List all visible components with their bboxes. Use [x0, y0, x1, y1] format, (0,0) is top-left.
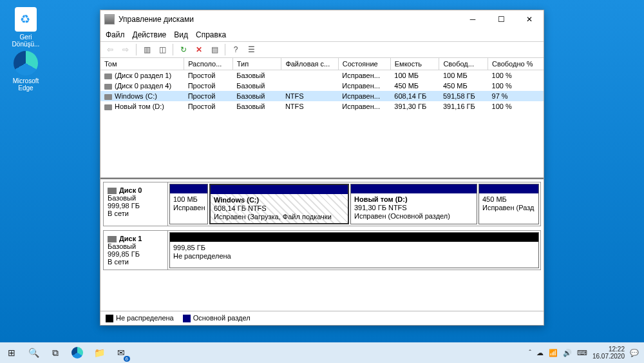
col-freepct[interactable]: Свободно %	[488, 58, 544, 70]
part-status: Исправен (Основной раздел)	[354, 212, 473, 221]
view-panel-button[interactable]: ◫	[155, 43, 169, 57]
swatch-unallocated	[106, 315, 113, 322]
desktop-icon-recycle[interactable]: Geri Dönüşü...	[6, 6, 45, 48]
volume-list-header[interactable]: Том Располо... Тип Файловая с... Состоян…	[100, 58, 544, 70]
menu-file[interactable]: Файл	[106, 30, 125, 39]
disk-row-1[interactable]: Диск 1 Базовый 999,85 ГБ В сети 999,85 Г…	[103, 230, 541, 270]
partition-strip	[351, 184, 477, 193]
help-button[interactable]: ?	[229, 43, 243, 57]
volume-row[interactable]: (Диск 0 раздел 4)ПростойБазовыйИсправен.…	[100, 81, 544, 91]
partition-box-selected[interactable]: Windows (C:)608,14 ГБ NTFSИсправен (Загр…	[209, 184, 349, 224]
app-icon	[104, 14, 115, 25]
volume-icon	[104, 104, 112, 110]
partition-strip	[170, 184, 207, 193]
search-button[interactable]: 🔍	[24, 344, 43, 362]
volume-row[interactable]: (Диск 0 раздел 1)ПростойБазовыйИсправен.…	[100, 70, 544, 81]
refresh-button[interactable]: ↻	[176, 43, 191, 57]
disk-management-window: Управление дисками ─ ☐ ✕ Файл Действие В…	[100, 10, 544, 326]
part-size: 608,14 ГБ NTFS	[214, 204, 345, 213]
desktop-icon-edge[interactable]: Microsoft Edge	[6, 50, 45, 92]
properties-button[interactable]: ▤	[207, 43, 222, 57]
edge-label: Microsoft Edge	[6, 77, 45, 92]
graphical-view[interactable]: Диск 0 Базовый 999,98 ГБ В сети 100 МБИс…	[100, 178, 544, 311]
taskbar-edge[interactable]	[68, 344, 86, 362]
disk-row-0[interactable]: Диск 0 Базовый 999,98 ГБ В сети 100 МБИс…	[103, 182, 541, 226]
window-title: Управление дисками	[118, 15, 194, 24]
col-status[interactable]: Состояние	[338, 58, 390, 70]
disk-icon	[108, 188, 117, 194]
volume-row[interactable]: Новый том (D:)ПростойБазовыйNTFSИсправен…	[100, 101, 544, 112]
col-capacity[interactable]: Емкость	[390, 58, 439, 70]
volume-icon	[104, 74, 112, 79]
edge-icon	[71, 347, 83, 358]
col-type[interactable]: Тип	[232, 58, 281, 70]
legend-item-unallocated: Не распределена	[106, 314, 174, 322]
tray-arrow-icon[interactable]: ˆ	[529, 349, 531, 357]
titlebar: Управление дисками ─ ☐ ✕	[100, 10, 544, 28]
partition-box[interactable]: 100 МБИсправен	[169, 184, 208, 224]
swatch-primary	[183, 315, 191, 322]
menu-help[interactable]: Справка	[196, 30, 226, 39]
disk-name: Диск 0	[119, 186, 142, 194]
tray-wifi-icon[interactable]: 📶	[549, 349, 558, 357]
part-status: Исправен (Загрузка, Файл подкачки	[214, 213, 345, 221]
minimize-button[interactable]: ─	[459, 10, 487, 28]
col-fs[interactable]: Файловая с...	[281, 58, 338, 70]
menu-action[interactable]: Действие	[133, 30, 167, 39]
disk-name: Диск 1	[119, 235, 142, 242]
maximize-button[interactable]: ☐	[487, 10, 515, 28]
delete-button[interactable]: ✕	[192, 43, 206, 57]
view-columns-button[interactable]: ▥	[140, 43, 154, 57]
menu-view[interactable]: Вид	[174, 30, 188, 39]
toolbar: ⇦ ⇨ ▥ ◫ ↻ ✕ ▤ ? ☰	[100, 41, 544, 58]
toolbar-separator	[173, 44, 173, 55]
partition-box-unallocated[interactable]: 999,85 ГБНе распределена	[169, 232, 539, 268]
close-button[interactable]: ✕	[515, 10, 544, 28]
task-view-button[interactable]: ⧉	[46, 344, 64, 362]
partition-box[interactable]: 450 МБИсправен (Разд	[478, 184, 539, 224]
clock-date: 16.07.2020	[592, 353, 625, 360]
col-tom[interactable]: Том	[100, 58, 184, 70]
clock-time: 12:22	[592, 346, 625, 353]
edge-icon	[14, 51, 38, 75]
part-name: Новый том (D:)	[354, 195, 473, 204]
menubar: Файл Действие Вид Справка	[100, 28, 544, 41]
back-button: ⇦	[103, 43, 117, 57]
tray-lang-icon[interactable]: ⌨	[577, 349, 587, 357]
disk-size: 999,85 ГБ	[108, 250, 164, 258]
disk-type: Базовый	[108, 242, 164, 250]
tray-clock[interactable]: 12:22 16.07.2020	[592, 346, 625, 360]
disk-type: Базовый	[108, 194, 164, 202]
taskbar-mail[interactable]: ✉6	[112, 344, 130, 362]
disk-size: 999,98 ГБ	[108, 202, 164, 210]
taskbar-explorer[interactable]: 📁	[90, 344, 108, 362]
tray-volume-icon[interactable]: 🔊	[563, 349, 572, 357]
disk-status: В сети	[108, 258, 164, 266]
taskbar[interactable]: ⊞ 🔍 ⧉ 📁 ✉6 ˆ ☁ 📶 🔊 ⌨ 12:22 16.07.2020 💬	[0, 342, 644, 363]
volume-icon	[104, 84, 112, 90]
legend: Не распределена Основной раздел	[100, 311, 544, 325]
toolbar-separator	[136, 44, 137, 55]
part-size: 450 МБ	[482, 195, 535, 204]
partition-strip	[170, 233, 538, 242]
partition-strip	[479, 184, 538, 193]
toolbar-separator	[225, 44, 225, 55]
recycle-label: Geri Dönüşü...	[6, 34, 45, 48]
mail-badge: 6	[124, 356, 130, 362]
list-button[interactable]: ☰	[244, 43, 258, 57]
tray-notifications-icon[interactable]: 💬	[630, 349, 639, 357]
partition-box[interactable]: Новый том (D:)391,30 ГБ NTFSИсправен (Ос…	[350, 184, 477, 224]
col-layout[interactable]: Располо...	[184, 58, 233, 70]
tray-cloud-icon[interactable]: ☁	[536, 349, 544, 357]
start-button[interactable]: ⊞	[3, 344, 21, 362]
col-free[interactable]: Свобод...	[439, 58, 488, 70]
volume-row[interactable]: Windows (C:)ПростойБазовыйNTFSИсправен..…	[100, 91, 544, 101]
part-size: 391,30 ГБ NTFS	[354, 204, 473, 212]
part-size: 999,85 ГБ	[173, 244, 535, 252]
volume-icon	[104, 94, 112, 100]
disk-icon	[108, 236, 117, 242]
disk-info: Диск 0 Базовый 999,98 ГБ В сети	[104, 182, 168, 226]
volume-list[interactable]: Том Располо... Тип Файловая с... Состоян…	[100, 58, 544, 178]
disk-info: Диск 1 Базовый 999,85 ГБ В сети	[104, 231, 168, 270]
part-status: Исправен	[173, 204, 204, 212]
